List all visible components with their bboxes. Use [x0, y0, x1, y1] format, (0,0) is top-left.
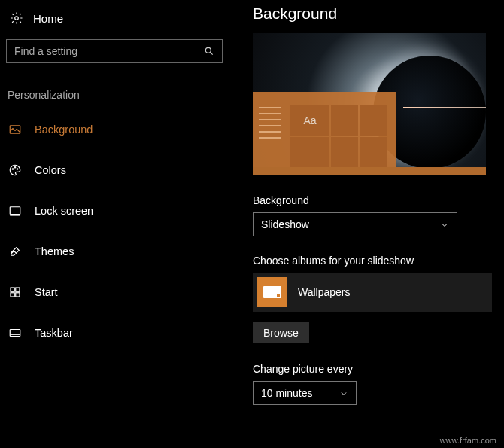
svg-point-6	[17, 169, 18, 170]
svg-rect-11	[11, 293, 14, 297]
browse-button[interactable]: Browse	[253, 322, 309, 343]
svg-rect-12	[16, 293, 20, 297]
sidebar-item-start[interactable]: Start	[6, 277, 239, 307]
svg-rect-10	[16, 288, 20, 291]
sidebar-item-themes[interactable]: Themes	[6, 236, 239, 267]
category-title: Personalization	[6, 89, 239, 101]
sidebar-item-lockscreen[interactable]: Lock screen	[6, 196, 239, 226]
change-interval-value: 10 minutes	[261, 387, 312, 399]
sidebar-item-label: Colors	[35, 164, 66, 176]
themes-icon	[8, 244, 23, 259]
home-button[interactable]: Home	[6, 8, 239, 26]
preview-tile-text: Aa	[290, 105, 329, 136]
search-placeholder: Find a setting	[14, 45, 77, 57]
change-picture-label: Change picture every	[253, 363, 492, 375]
search-input[interactable]: Find a setting	[6, 39, 223, 63]
picture-icon	[8, 122, 23, 137]
start-icon	[8, 285, 23, 300]
sidebar-item-colors[interactable]: Colors	[6, 155, 239, 185]
sidebar-item-background[interactable]: Background	[6, 114, 239, 145]
page-title: Background	[253, 5, 492, 23]
albums-label: Choose albums for your slideshow	[253, 254, 492, 267]
svg-point-4	[12, 169, 14, 170]
svg-rect-9	[11, 288, 14, 291]
chevron-down-icon	[339, 389, 348, 398]
desktop-preview: Aa	[253, 33, 486, 175]
album-item[interactable]: Wallpapers	[253, 273, 492, 312]
svg-point-5	[14, 167, 16, 169]
background-label: Background	[253, 194, 492, 206]
background-dropdown-value: Slideshow	[261, 218, 309, 230]
sidebar-item-taskbar[interactable]: Taskbar	[6, 318, 239, 348]
sidebar-item-label: Start	[35, 286, 58, 298]
watermark: www.frfam.com	[440, 436, 496, 445]
change-interval-dropdown[interactable]: 10 minutes	[253, 381, 357, 405]
svg-rect-13	[10, 330, 20, 337]
sidebar-item-label: Lock screen	[35, 205, 93, 217]
svg-line-2	[210, 52, 212, 54]
lockscreen-icon	[8, 203, 23, 218]
folder-icon	[257, 277, 287, 307]
palette-icon	[8, 163, 23, 178]
background-dropdown[interactable]: Slideshow	[253, 212, 457, 236]
home-label: Home	[33, 12, 63, 25]
svg-rect-7	[10, 207, 20, 215]
album-name: Wallpapers	[298, 286, 351, 298]
gear-icon	[9, 11, 24, 26]
taskbar-icon	[8, 325, 23, 340]
sidebar-item-label: Background	[35, 123, 93, 136]
browse-label: Browse	[263, 327, 299, 339]
sidebar-item-label: Themes	[35, 245, 74, 258]
sidebar-item-label: Taskbar	[35, 327, 73, 339]
svg-point-0	[15, 17, 19, 20]
search-icon	[204, 46, 214, 56]
chevron-down-icon	[440, 220, 449, 229]
svg-point-1	[205, 47, 211, 53]
